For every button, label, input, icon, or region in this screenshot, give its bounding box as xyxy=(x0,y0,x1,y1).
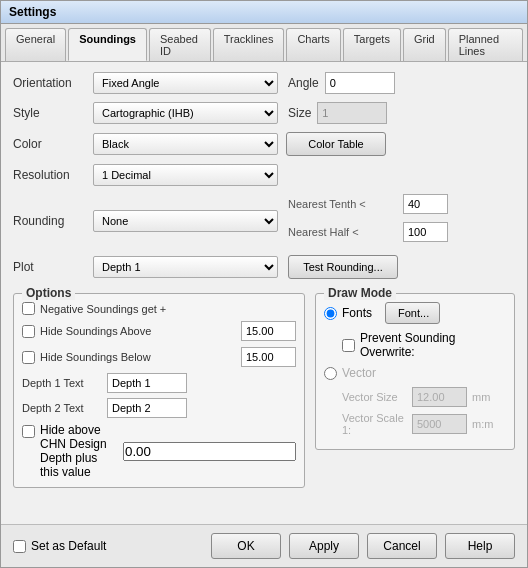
plot-select[interactable]: Depth 1 xyxy=(93,256,278,278)
orientation-label: Orientation xyxy=(13,76,93,90)
nearest-half-input[interactable] xyxy=(403,222,448,242)
hide-below-row: Hide Soundings Below xyxy=(22,347,296,367)
vector-scale-label: Vector Scale 1: xyxy=(342,412,407,436)
color-row: Color Black Color Table xyxy=(13,132,515,156)
resolution-select[interactable]: 1 Decimal xyxy=(93,164,278,186)
tab-general[interactable]: General xyxy=(5,28,66,61)
prevent-row: Prevent Sounding Overwrite: xyxy=(342,331,506,359)
cancel-button[interactable]: Cancel xyxy=(367,533,437,559)
size-group: Size xyxy=(288,102,387,124)
options-group-label: Options xyxy=(22,286,75,300)
angle-label: Angle xyxy=(288,76,319,90)
vector-size-unit: mm xyxy=(472,391,490,403)
ok-button[interactable]: OK xyxy=(211,533,281,559)
vector-scale-row: Vector Scale 1: m:m xyxy=(342,412,506,436)
style-row: Style Cartographic (IHB) Size xyxy=(13,102,515,124)
resolution-label: Resolution xyxy=(13,168,93,182)
fonts-radio-row: Fonts Font... xyxy=(324,302,506,324)
color-table-button[interactable]: Color Table xyxy=(286,132,386,156)
vector-radio[interactable] xyxy=(324,367,337,380)
vector-scale-unit: m:m xyxy=(472,418,493,430)
angle-group: Angle xyxy=(288,72,395,94)
negative-soundings-label: Negative Soundings get + xyxy=(40,303,166,315)
depth-plus-label: Depth plus this value xyxy=(40,451,118,479)
tab-planned-lines[interactable]: Planned Lines xyxy=(448,28,523,61)
hide-chn-checkbox[interactable] xyxy=(22,425,35,438)
hide-below-checkbox[interactable] xyxy=(22,351,35,364)
tab-tracklines[interactable]: Tracklines xyxy=(213,28,285,61)
two-columns: Options Negative Soundings get + Hide So… xyxy=(13,287,515,488)
depth2-row: Depth 2 Text xyxy=(22,398,296,418)
vector-scale-input[interactable] xyxy=(412,414,467,434)
tabs-row: General Soundings Seabed ID Tracklines C… xyxy=(1,24,527,62)
depth2-label: Depth 2 Text xyxy=(22,402,102,414)
draw-mode-label: Draw Mode xyxy=(324,286,396,300)
vector-size-label: Vector Size xyxy=(342,391,407,403)
hide-above-checkbox[interactable] xyxy=(22,325,35,338)
depth-plus-input[interactable] xyxy=(123,442,296,461)
font-button[interactable]: Font... xyxy=(385,302,440,324)
rounding-row: Rounding None Nearest Tenth < Nearest Ha… xyxy=(13,194,515,247)
nearest-tenth-row: Nearest Tenth < xyxy=(288,194,448,214)
size-label: Size xyxy=(288,106,311,120)
set-default-group: Set as Default xyxy=(13,539,205,553)
resolution-row: Resolution 1 Decimal xyxy=(13,164,515,186)
nearest-tenth-label: Nearest Tenth < xyxy=(288,198,398,210)
apply-button[interactable]: Apply xyxy=(289,533,359,559)
hide-below-input[interactable] xyxy=(241,347,296,367)
vector-size-input[interactable] xyxy=(412,387,467,407)
fonts-label: Fonts xyxy=(342,306,372,320)
tab-grid[interactable]: Grid xyxy=(403,28,446,61)
negative-soundings-checkbox[interactable] xyxy=(22,302,35,315)
nearest-half-row: Nearest Half < xyxy=(288,222,448,242)
plot-row: Plot Depth 1 Test Rounding... xyxy=(13,255,515,279)
size-input[interactable] xyxy=(317,102,387,124)
set-default-label: Set as Default xyxy=(31,539,106,553)
orientation-row: Orientation Fixed Angle Angle xyxy=(13,72,515,94)
fonts-radio[interactable] xyxy=(324,307,337,320)
tab-content: Orientation Fixed Angle Angle Style Cart… xyxy=(1,62,527,524)
depth2-input[interactable] xyxy=(107,398,187,418)
bottom-buttons: OK Apply Cancel Help xyxy=(211,533,515,559)
tab-soundings[interactable]: Soundings xyxy=(68,28,147,61)
hide-below-label: Hide Soundings Below xyxy=(40,351,151,363)
options-group: Options Negative Soundings get + Hide So… xyxy=(13,293,305,488)
style-label: Style xyxy=(13,106,93,120)
color-label: Color xyxy=(13,137,93,151)
set-default-checkbox[interactable] xyxy=(13,540,26,553)
tab-charts[interactable]: Charts xyxy=(286,28,340,61)
style-select[interactable]: Cartographic (IHB) xyxy=(93,102,278,124)
vector-size-row: Vector Size mm xyxy=(342,387,506,407)
window-title: Settings xyxy=(9,5,56,19)
nearest-tenth-input[interactable] xyxy=(403,194,448,214)
color-select[interactable]: Black xyxy=(93,133,278,155)
hide-chn-label: Hide above CHN Design xyxy=(40,423,118,451)
vector-section: Vector Size mm Vector Scale 1: m:m xyxy=(324,387,506,436)
rounding-select[interactable]: None xyxy=(93,210,278,232)
angle-input[interactable] xyxy=(325,72,395,94)
prevent-label: Prevent Sounding Overwrite: xyxy=(360,331,506,359)
depth1-input[interactable] xyxy=(107,373,187,393)
test-rounding-button[interactable]: Test Rounding... xyxy=(288,255,398,279)
rounding-label: Rounding xyxy=(13,214,93,228)
tab-seabed-id[interactable]: Seabed ID xyxy=(149,28,211,61)
help-button[interactable]: Help xyxy=(445,533,515,559)
orientation-select[interactable]: Fixed Angle xyxy=(93,72,278,94)
plot-label: Plot xyxy=(13,260,93,274)
settings-window: Settings General Soundings Seabed ID Tra… xyxy=(0,0,528,568)
vector-radio-row: Vector xyxy=(324,366,506,380)
tab-targets[interactable]: Targets xyxy=(343,28,401,61)
vector-label: Vector xyxy=(342,366,376,380)
hide-above-label: Hide Soundings Above xyxy=(40,325,151,337)
draw-mode-group: Draw Mode Fonts Font... Prevent Sounding… xyxy=(315,293,515,450)
depth1-label: Depth 1 Text xyxy=(22,377,102,389)
prevent-checkbox[interactable] xyxy=(342,339,355,352)
hide-above-row: Hide Soundings Above xyxy=(22,321,296,341)
options-col: Options Negative Soundings get + Hide So… xyxy=(13,287,305,488)
hide-above-input[interactable] xyxy=(241,321,296,341)
bottom-bar: Set as Default OK Apply Cancel Help xyxy=(1,524,527,567)
negative-soundings-row: Negative Soundings get + xyxy=(22,302,296,315)
title-bar: Settings xyxy=(1,1,527,24)
depth1-row: Depth 1 Text xyxy=(22,373,296,393)
nearest-half-label: Nearest Half < xyxy=(288,226,398,238)
